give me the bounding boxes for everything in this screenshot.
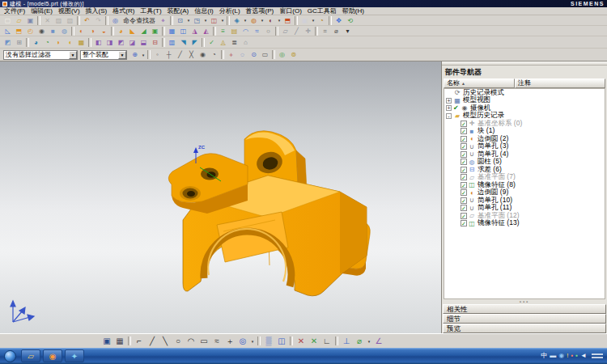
through-curves-icon[interactable]: ◠ <box>240 27 251 36</box>
make-corner-icon[interactable]: ∟ <box>321 336 333 347</box>
menu-item-3[interactable]: 插入(S) <box>86 6 108 15</box>
menu-item-6[interactable]: 装配(A) <box>168 6 189 15</box>
arc-center-snap-icon[interactable]: ◉ <box>197 50 208 59</box>
start-button[interactable] <box>4 350 16 362</box>
x-form-icon[interactable]: ▦ <box>76 38 87 47</box>
graphics-viewport[interactable]: ZC <box>0 61 442 333</box>
examine-geometry-icon[interactable]: ◬ <box>218 38 228 47</box>
block-icon[interactable]: ■ <box>48 27 58 36</box>
menu-item-5[interactable]: 工具(T) <box>140 6 161 15</box>
end-point-snap-icon[interactable]: ◦ <box>152 50 163 59</box>
mirror-feature-icon[interactable]: ◫ <box>178 27 189 36</box>
role-icon[interactable]: ◩ <box>2 38 13 47</box>
expand-icon[interactable]: + <box>446 98 452 104</box>
tray-flag-red[interactable]: ▪ <box>571 349 573 363</box>
edge-blend-icon[interactable]: ◕ <box>116 27 126 36</box>
model-3d[interactable] <box>0 61 442 333</box>
tree-item-simple-hole-3[interactable]: ✓∪简单孔 (3) <box>444 143 605 151</box>
cylinder-icon[interactable]: ◍ <box>59 27 70 36</box>
info-window-icon[interactable]: ≣ <box>229 38 240 47</box>
datum-axis-icon[interactable]: ╱ <box>291 27 302 36</box>
move-object-icon[interactable]: ✥ <box>333 16 344 25</box>
geometric-constraints-icon[interactable]: ⊥ <box>341 336 352 347</box>
view-orient-dropdown[interactable]: ▾ <box>243 18 248 23</box>
column-header-comment[interactable]: 注释 <box>515 78 605 88</box>
pattern-curve-icon[interactable]: ▒ <box>263 336 274 347</box>
line-icon[interactable]: ╱ <box>146 336 158 347</box>
feature-checkbox[interactable]: ✓ <box>461 143 467 150</box>
tree-item-datum-plane-12[interactable]: ✓▱基准平面 (12) <box>444 212 605 220</box>
menu-item-10[interactable]: 窗口(O) <box>279 6 302 15</box>
tray-flag-green[interactable]: ▪ <box>575 349 578 363</box>
work-layer-dropdown[interactable]: ▾ <box>220 18 225 23</box>
reflection-icon[interactable]: ◤ <box>189 38 200 47</box>
revolve-icon[interactable]: ◴ <box>25 27 36 36</box>
volume-icon[interactable]: ◄ <box>580 349 587 363</box>
section-dependencies[interactable]: 相关性 <box>443 304 606 314</box>
measure-icon[interactable]: ⌀ <box>331 27 342 36</box>
selection-filter-dropdown[interactable]: 没有选择过滤器 ▼ <box>3 50 78 60</box>
rendering-style-dropdown[interactable]: ▾ <box>260 18 265 23</box>
paste-icon[interactable]: ▧ <box>65 16 75 25</box>
undo-icon[interactable]: ↶ <box>82 16 92 25</box>
rendering-style-icon[interactable]: ◍ <box>248 16 259 25</box>
shell-icon[interactable]: ▣ <box>150 27 160 36</box>
feature-checkbox[interactable]: ✓ <box>461 174 467 180</box>
taskbar-media-player[interactable]: ◉ <box>43 349 62 362</box>
feature-checkbox[interactable]: ✓ <box>461 159 467 165</box>
tree-item-block-1[interactable]: ✓■块 (1) <box>444 128 605 136</box>
offset-curve-icon[interactable]: ◎ <box>237 336 248 347</box>
menu-item-8[interactable]: 分析(L) <box>219 6 240 15</box>
touch-mode-icon[interactable]: ⌖ <box>158 16 168 25</box>
show-hide-dropdown[interactable]: ▾ <box>277 18 282 23</box>
assembly-constraints-icon[interactable]: ⊞ <box>14 38 24 47</box>
tray-panel-icon[interactable]: ▬ <box>550 349 556 363</box>
selection-scope-dropdown[interactable]: 整个装配 ▼ <box>80 50 127 60</box>
tree-item-simple-hole-4[interactable]: ✓∪简单孔 (4) <box>444 150 605 159</box>
replace-face-icon[interactable]: ◪ <box>127 38 138 47</box>
expand-icon[interactable]: + <box>446 105 452 111</box>
feature-checkbox[interactable]: ✓ <box>461 220 467 226</box>
finish-sketch-icon[interactable]: ▣ <box>101 336 112 347</box>
show-constraints-icon[interactable]: ∠ <box>373 336 384 347</box>
offset-curve-dropdown[interactable]: ▾ <box>250 339 255 344</box>
more-features-icon[interactable]: ▾ <box>342 27 353 36</box>
tree-item-edge-blend-2[interactable]: ✓◖边倒圆 (2) <box>444 135 605 143</box>
styled-sweep-icon[interactable]: ◖ <box>65 38 75 47</box>
tray-update-icon[interactable]: ◉ <box>558 349 564 363</box>
tree-item-mirror-feature-8[interactable]: ✓◫镜像特征 (8) <box>444 181 605 189</box>
extrude-icon[interactable]: ⬒ <box>14 27 24 36</box>
quadrant-snap-icon[interactable]: ◔ <box>209 50 219 59</box>
section-preview[interactable]: 预览 <box>443 324 606 333</box>
snapshot-icon[interactable]: ◔ <box>316 16 327 25</box>
feature-checkbox[interactable]: ✓ <box>461 167 467 173</box>
trim-body-icon[interactable]: ◮ <box>189 27 200 36</box>
feature-checkbox[interactable]: ✓ <box>461 205 467 211</box>
face-blend-icon[interactable]: ◗ <box>53 38 64 47</box>
quick-trim-icon[interactable]: ✕ <box>295 336 307 347</box>
column-header-name[interactable]: 名称 ▲ <box>444 78 515 88</box>
window-dropdown[interactable]: ▾ <box>186 18 191 23</box>
true-shading-icon[interactable]: ▣ <box>299 16 310 25</box>
datum-csys-icon[interactable]: ✛ <box>303 27 313 36</box>
rectangle-icon[interactable]: ▭ <box>198 336 210 347</box>
chevron-down-icon[interactable]: ▼ <box>69 51 77 59</box>
tree-item-simple-hole-10[interactable]: ✓∪简单孔 (10) <box>444 197 605 205</box>
true-shading-dropdown[interactable]: ▾ <box>311 18 316 23</box>
feature-checkbox[interactable]: ✓ <box>461 121 467 127</box>
nx-render-icon[interactable]: ◕ <box>31 38 41 47</box>
profile-icon[interactable]: ⌐ <box>134 336 145 347</box>
point-on-curve-snap-icon[interactable]: ◌ <box>237 50 248 59</box>
customize-icon[interactable]: ⌂ <box>240 38 251 47</box>
tree-item-edge-blend-9[interactable]: ✓◖边倒圆 (9) <box>444 189 605 197</box>
menu-item-7[interactable]: 信息(I) <box>194 6 214 15</box>
command-finder-icon[interactable]: ◎ <box>110 16 121 25</box>
chevron-down-icon[interactable]: ▼ <box>118 51 126 59</box>
tree-item-simple-hole-11[interactable]: ✓∪简单孔 (11) <box>444 205 605 213</box>
tray-alert-icon[interactable]: ! <box>567 349 568 363</box>
expression-icon[interactable]: = <box>320 27 330 36</box>
taskbar-nx-app[interactable]: ✦ <box>65 349 84 362</box>
menu-item-9[interactable]: 首选项(P) <box>246 6 274 15</box>
new-icon[interactable]: ▢ <box>2 16 13 25</box>
sketch-orientation-icon[interactable]: ▦ <box>114 336 125 347</box>
